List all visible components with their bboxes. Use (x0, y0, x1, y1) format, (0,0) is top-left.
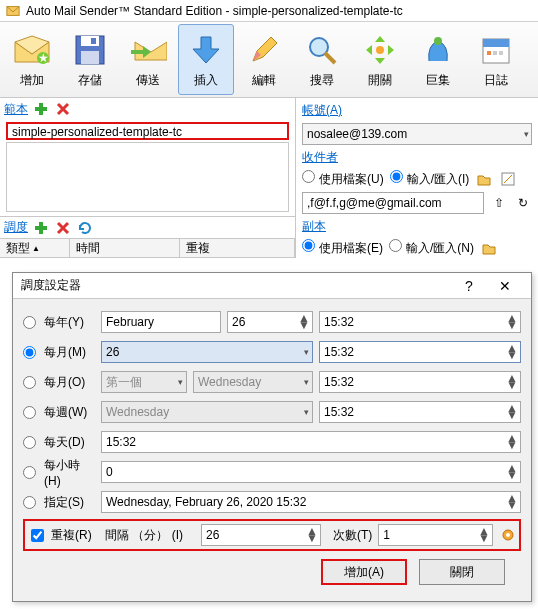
edit-recipients-icon[interactable] (499, 170, 517, 188)
main-toolbar: ★ 增加 存儲 傳送 插入 編輯 搜尋 開關 巨集 日誌 (0, 22, 538, 98)
cc-use-file-radio[interactable]: 使用檔案(E) (302, 239, 383, 257)
svg-point-21 (506, 533, 510, 537)
svg-text:★: ★ (38, 51, 49, 65)
interval-field[interactable]: 26▲▼ (201, 524, 321, 546)
toolbar-add[interactable]: ★ 增加 (4, 24, 60, 95)
schedule-refresh-icon[interactable] (76, 219, 94, 237)
monthly-dow[interactable]: Wednesday▾ (193, 371, 313, 393)
toolbar-save[interactable]: 存儲 (62, 24, 118, 95)
down-arrow-icon (186, 30, 226, 70)
app-icon (6, 4, 20, 18)
toolbar-send[interactable]: 傳送 (120, 24, 176, 95)
recipients-up-icon[interactable]: ⇧ (490, 194, 508, 212)
window-titlebar: Auto Mail Sender™ Standard Edition - sim… (0, 0, 538, 22)
hourly-radio[interactable]: 每小時(H) (23, 457, 95, 488)
template-section-header: 範本 (0, 98, 295, 120)
repeat-gear-icon[interactable] (499, 526, 517, 544)
monthly-time[interactable]: 15:32▲▼ (319, 341, 521, 363)
yearly-month[interactable]: February (101, 311, 221, 333)
daily-radio[interactable]: 每天(D) (23, 434, 95, 451)
macro-icon (418, 30, 458, 70)
template-name-field[interactable]: simple-personalized-template-tc (6, 122, 289, 140)
monthly-o-time[interactable]: 15:32▲▼ (319, 371, 521, 393)
input-import-radio[interactable]: 輸入/匯入(I) (390, 170, 470, 188)
envelope-arrow-icon (128, 30, 168, 70)
floppy-icon (70, 30, 110, 70)
schedule-columns: 類型▲ 時間 重複 (0, 238, 295, 258)
monthly-radio[interactable]: 每月(M) (23, 344, 95, 361)
yearly-radio[interactable]: 每年(Y) (23, 314, 95, 331)
svg-rect-18 (39, 222, 43, 234)
recipients-refresh-icon[interactable]: ↻ (514, 194, 532, 212)
dialog-add-button[interactable]: 增加(A) (321, 559, 407, 585)
yearly-day[interactable]: 26▲▼ (227, 311, 313, 333)
col-type[interactable]: 類型▲ (0, 239, 70, 257)
svg-rect-12 (487, 51, 491, 55)
toolbar-macro[interactable]: 巨集 (410, 24, 466, 95)
svg-rect-6 (91, 38, 96, 44)
svg-point-9 (434, 37, 442, 45)
monthly-o-radio[interactable]: 每月(O) (23, 374, 95, 391)
hourly-min[interactable]: 0▲▼ (101, 461, 521, 483)
dialog-titlebar: 調度設定器 ? ✕ (13, 273, 531, 299)
toolbar-insert[interactable]: 插入 (178, 24, 234, 95)
schedule-delete-icon[interactable] (54, 219, 72, 237)
repeat-checkbox[interactable]: 重複(R) (27, 526, 99, 545)
schedule-section-header: 調度 (0, 216, 295, 238)
svg-point-8 (376, 46, 384, 54)
svg-rect-13 (493, 51, 497, 55)
svg-rect-14 (499, 51, 503, 55)
count-label: 次數(T) (333, 527, 372, 544)
magnifier-icon (302, 30, 342, 70)
col-repeat[interactable]: 重複 (180, 239, 295, 257)
svg-rect-4 (81, 36, 99, 46)
open-recipients-icon[interactable] (475, 170, 493, 188)
template-list-area[interactable] (6, 142, 289, 212)
cc-input-import-radio[interactable]: 輸入/匯入(N) (389, 239, 474, 257)
col-time[interactable]: 時間 (70, 239, 180, 257)
weekly-radio[interactable]: 每週(W) (23, 404, 95, 421)
dialog-title: 調度設定器 (21, 277, 81, 294)
account-combo[interactable]: nosalee@139.com▾ (302, 123, 532, 145)
weekly-dow[interactable]: Wednesday▾ (101, 401, 313, 423)
toolbar-log[interactable]: 日誌 (468, 24, 524, 95)
template-add-icon[interactable] (32, 100, 50, 118)
specify-datetime[interactable]: Wednesday, February 26, 2020 15:32▲▼ (101, 491, 521, 513)
schedule-dialog: 調度設定器 ? ✕ 每年(Y) February 26▲▼ 15:32▲▼ 每月… (12, 272, 532, 602)
window-title: Auto Mail Sender™ Standard Edition - sim… (26, 4, 403, 18)
calendar-icon (476, 30, 516, 70)
specify-radio[interactable]: 指定(S) (23, 494, 95, 511)
cc-open-icon[interactable] (480, 239, 498, 257)
toolbar-search[interactable]: 搜尋 (294, 24, 350, 95)
account-label[interactable]: 帳號(A) (302, 102, 342, 119)
svg-rect-5 (81, 51, 99, 64)
dialog-close-btn[interactable]: 關閉 (419, 559, 505, 585)
recipients-label[interactable]: 收件者 (302, 149, 338, 166)
interval-label: 間隔 （分） (I) (105, 527, 195, 544)
monthly-day[interactable]: 26▾ (101, 341, 313, 363)
count-field[interactable]: 1▲▼ (378, 524, 493, 546)
pencil-icon (244, 30, 284, 70)
toolbar-toggle[interactable]: 開關 (352, 24, 408, 95)
cc-label[interactable]: 副本 (302, 218, 326, 235)
daily-time[interactable]: 15:32▲▼ (101, 431, 521, 453)
dialog-close-button[interactable]: ✕ (487, 278, 523, 294)
template-label[interactable]: 範本 (4, 101, 28, 118)
monthly-ordinal[interactable]: 第一個▾ (101, 371, 187, 393)
arrows-icon (360, 30, 400, 70)
envelope-star-icon: ★ (12, 30, 52, 70)
svg-rect-11 (483, 39, 509, 47)
schedule-label[interactable]: 調度 (4, 219, 28, 236)
svg-rect-16 (39, 103, 43, 115)
toolbar-edit[interactable]: 編輯 (236, 24, 292, 95)
dialog-help-button[interactable]: ? (451, 278, 487, 294)
schedule-add-icon[interactable] (32, 219, 50, 237)
yearly-time[interactable]: 15:32▲▼ (319, 311, 521, 333)
use-file-radio[interactable]: 使用檔案(U) (302, 170, 384, 188)
weekly-time[interactable]: 15:32▲▼ (319, 401, 521, 423)
template-delete-icon[interactable] (54, 100, 72, 118)
recipients-field[interactable]: ,f@f.f,g@me@gmail.com (302, 192, 484, 214)
